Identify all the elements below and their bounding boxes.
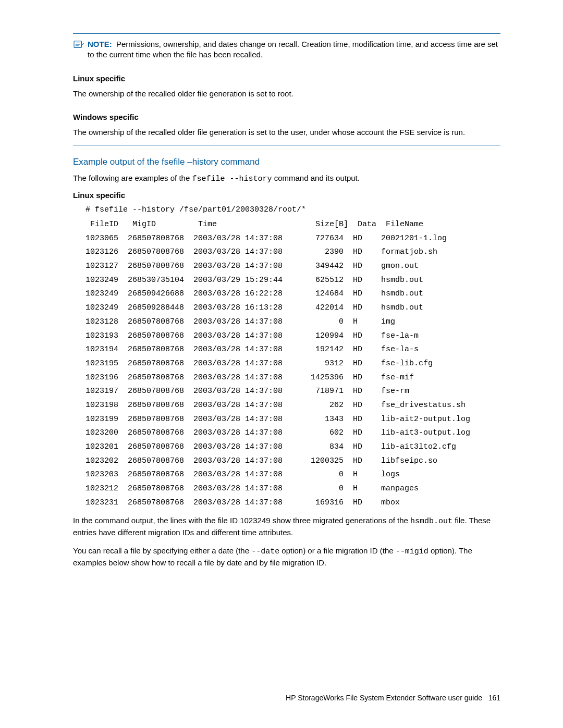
intro-para: The following are examples of the fsefil… [73, 172, 500, 184]
linux-specific-heading-2: Linux specific [73, 191, 500, 200]
after-para-1: In the command output, the lines with th… [73, 515, 500, 538]
linux-specific-text-1: The ownership of the recalled older file… [73, 88, 500, 99]
divider-top [73, 33, 500, 34]
after-para-2: You can recall a file by specifying eith… [73, 545, 500, 568]
intro-post: command and its output. [272, 174, 360, 182]
note-icon [73, 40, 84, 50]
footer-title: HP StorageWorks File System Extender Sof… [286, 694, 482, 702]
divider-bottom [73, 145, 500, 145]
intro-code: fsefile --history [192, 175, 272, 183]
command-line: # fsefile --history /fse/part01/20030328… [85, 205, 500, 215]
example-output-heading: Example output of the fsefile –history c… [73, 157, 500, 167]
windows-specific-text: The ownership of the recalled older file… [73, 127, 500, 138]
footer-page: 161 [488, 694, 500, 702]
history-output-table: FileID MigID Time Size[B] Data FileName … [85, 218, 500, 510]
note-text: Permissions, ownership, and dates change… [88, 40, 498, 59]
note-block: NOTE: Permissions, ownership, and dates … [73, 39, 500, 60]
linux-specific-heading-1: Linux specific [73, 74, 500, 83]
intro-pre: The following are examples of the [73, 174, 192, 182]
page-footer: HP StorageWorks File System Extender Sof… [286, 694, 500, 702]
note-label: NOTE: [88, 40, 112, 48]
windows-specific-heading: Windows specific [73, 113, 500, 121]
